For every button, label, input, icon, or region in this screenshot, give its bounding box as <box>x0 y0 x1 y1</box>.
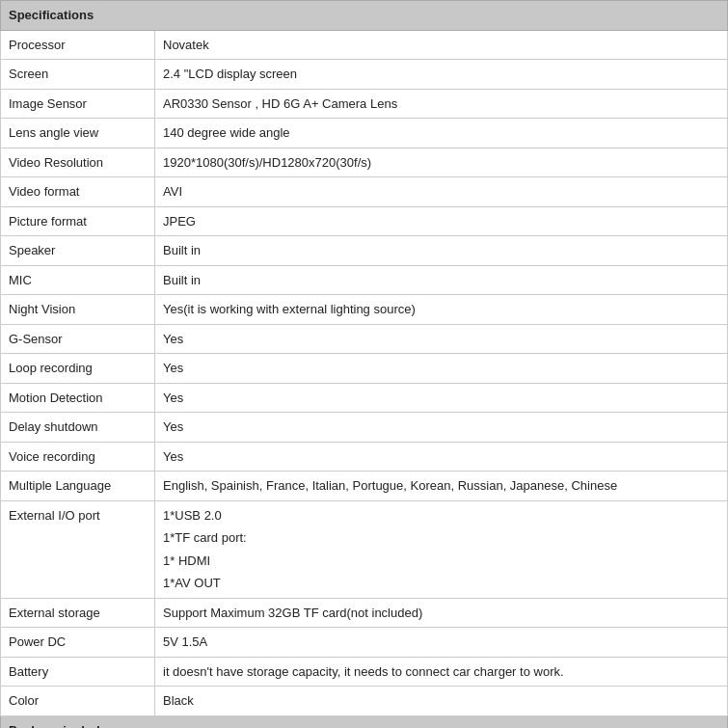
row-value: English, Spainish, France, Italian, Port… <box>155 472 728 501</box>
row-label: Battery <box>1 657 155 687</box>
row-label: Color <box>1 687 155 716</box>
section-header-label: Package include <box>1 715 728 728</box>
row-label: Multiple Language <box>1 472 155 501</box>
specifications-table: SpecificationsProcessorNovatekScreen2.4 … <box>0 0 728 728</box>
multi-value-item: 1* HDMI <box>163 552 719 571</box>
multi-value-item: 1*USB 2.0 <box>163 506 719 526</box>
row-value: Yes <box>155 383 728 413</box>
table-row: Motion DetectionYes <box>1 383 728 413</box>
row-value: JPEG <box>155 206 728 236</box>
row-label: Video format <box>1 177 155 207</box>
section-header-label: Specifications <box>1 1 728 31</box>
row-value: Yes <box>155 354 728 384</box>
multi-value-item: 1*AV OUT <box>163 574 719 593</box>
row-label: Delay shutdown <box>1 413 155 443</box>
table-row: Lens angle view140 degree wide angle <box>1 119 728 148</box>
table-row: Loop recordingYes <box>1 354 728 384</box>
row-value: Novatek <box>155 30 728 60</box>
row-value: AR0330 Sensor , HD 6G A+ Camera Lens <box>155 89 728 119</box>
row-label: Lens angle view <box>1 119 155 148</box>
table-row: ColorBlack <box>1 687 728 716</box>
table-row: Screen2.4 "LCD display screen <box>1 60 728 90</box>
table-row: Image SensorAR0330 Sensor , HD 6G A+ Cam… <box>1 89 728 119</box>
row-value: AVI <box>155 177 728 207</box>
row-label: MIC <box>1 265 155 295</box>
row-value: Built in <box>155 265 728 295</box>
table-row: Video formatAVI <box>1 177 728 207</box>
table-row: Multiple LanguageEnglish, Spainish, Fran… <box>1 472 728 501</box>
table-row: External I/O port1*USB 2.01*TF card port… <box>1 500 728 598</box>
row-label: Picture format <box>1 206 155 236</box>
row-value: Yes(it is working with external lighting… <box>155 295 728 325</box>
row-label: Motion Detection <box>1 383 155 413</box>
row-value: 140 degree wide angle <box>155 119 728 148</box>
row-label: External storage <box>1 598 155 628</box>
row-label: Night Vision <box>1 295 155 325</box>
row-label: Speaker <box>1 236 155 266</box>
table-row: Power DC5V 1.5A <box>1 628 728 658</box>
table-row: Voice recordingYes <box>1 442 728 472</box>
table-row: External storageSupport Maximum 32GB TF … <box>1 598 728 628</box>
table-row: ProcessorNovatek <box>1 30 728 60</box>
section-header-row: Specifications <box>1 1 728 31</box>
row-value: it doesn't have storage capacity, it nee… <box>155 657 728 687</box>
multi-value-item: 1*TF card port: <box>163 528 719 548</box>
table-row: MICBuilt in <box>1 265 728 295</box>
row-value: 1920*1080(30f/s)/HD1280x720(30f/s) <box>155 148 728 177</box>
table-row: Picture formatJPEG <box>1 206 728 236</box>
row-label: Screen <box>1 60 155 90</box>
row-label: Video Resolution <box>1 148 155 177</box>
table-row: Video Resolution1920*1080(30f/s)/HD1280x… <box>1 148 728 177</box>
section-header-row: Package include <box>1 715 728 728</box>
row-label: Voice recording <box>1 442 155 472</box>
table-row: Delay shutdownYes <box>1 413 728 443</box>
row-value: Yes <box>155 413 728 443</box>
row-label: Power DC <box>1 628 155 658</box>
row-value: 5V 1.5A <box>155 628 728 658</box>
row-value: 1*USB 2.01*TF card port:1* HDMI1*AV OUT <box>155 500 728 598</box>
row-value: Built in <box>155 236 728 266</box>
row-value: Yes <box>155 442 728 472</box>
table-row: Batteryit doesn't have storage capacity,… <box>1 657 728 687</box>
row-label: Loop recording <box>1 354 155 384</box>
row-label: Processor <box>1 30 155 60</box>
table-row: G-SensorYes <box>1 324 728 354</box>
row-label: Image Sensor <box>1 89 155 119</box>
row-value: 2.4 "LCD display screen <box>155 60 728 90</box>
row-value: Yes <box>155 324 728 354</box>
row-value: Support Maximum 32GB TF card(not include… <box>155 598 728 628</box>
table-row: Night VisionYes(it is working with exter… <box>1 295 728 325</box>
table-row: SpeakerBuilt in <box>1 236 728 266</box>
row-label: G-Sensor <box>1 324 155 354</box>
row-label: External I/O port <box>1 500 155 598</box>
row-value: Black <box>155 687 728 716</box>
